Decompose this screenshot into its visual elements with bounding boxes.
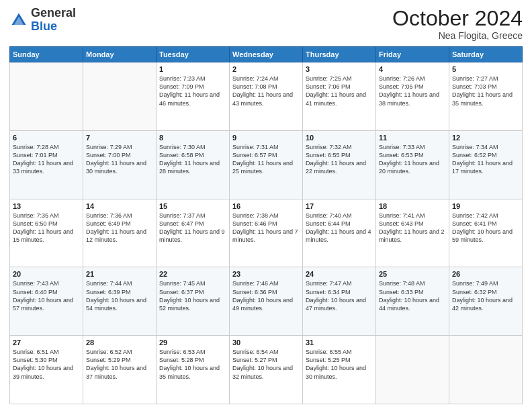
calendar-cell: 7Sunrise: 7:29 AM Sunset: 7:00 PM Daylig… — [83, 130, 157, 199]
calendar-cell — [83, 62, 157, 131]
cell-info: Sunrise: 7:48 AM Sunset: 6:33 PM Dayligh… — [379, 279, 446, 312]
calendar-cell: 31Sunrise: 6:55 AM Sunset: 5:25 PM Dayli… — [303, 336, 376, 404]
cell-info: Sunrise: 7:42 AM Sunset: 6:41 PM Dayligh… — [452, 212, 519, 244]
calendar-week-1: 1Sunrise: 7:23 AM Sunset: 7:09 PM Daylig… — [10, 62, 523, 131]
calendar-cell: 12Sunrise: 7:34 AM Sunset: 6:52 PM Dayli… — [449, 130, 523, 199]
day-number: 12 — [452, 134, 519, 142]
logo-general: General — [31, 6, 76, 19]
calendar-cell: 23Sunrise: 7:46 AM Sunset: 6:36 PM Dayli… — [230, 267, 303, 336]
weekday-header-tuesday: Tuesday — [157, 47, 230, 62]
cell-info: Sunrise: 7:27 AM Sunset: 7:03 PM Dayligh… — [452, 75, 519, 107]
cell-info: Sunrise: 7:47 AM Sunset: 6:34 PM Dayligh… — [306, 279, 373, 312]
day-number: 19 — [452, 202, 519, 210]
cell-info: Sunrise: 7:37 AM Sunset: 6:47 PM Dayligh… — [159, 212, 226, 244]
calendar-cell: 8Sunrise: 7:30 AM Sunset: 6:58 PM Daylig… — [157, 130, 230, 199]
day-number: 27 — [13, 338, 80, 347]
weekday-header-thursday: Thursday — [303, 47, 376, 62]
calendar-cell — [449, 336, 523, 404]
calendar-cell: 13Sunrise: 7:35 AM Sunset: 6:50 PM Dayli… — [10, 199, 83, 267]
weekday-header-row: SundayMondayTuesdayWednesdayThursdayFrid… — [10, 47, 523, 62]
calendar-cell: 26Sunrise: 7:49 AM Sunset: 6:32 PM Dayli… — [449, 267, 523, 336]
day-number: 23 — [232, 270, 300, 278]
calendar-cell: 5Sunrise: 7:27 AM Sunset: 7:03 PM Daylig… — [449, 62, 523, 131]
cell-info: Sunrise: 7:29 AM Sunset: 7:00 PM Dayligh… — [86, 143, 153, 176]
calendar-cell: 1Sunrise: 7:23 AM Sunset: 7:09 PM Daylig… — [157, 62, 230, 131]
calendar-cell: 30Sunrise: 6:54 AM Sunset: 5:27 PM Dayli… — [230, 336, 303, 404]
cell-info: Sunrise: 7:34 AM Sunset: 6:52 PM Dayligh… — [452, 143, 519, 176]
logo: General Blue — [9, 7, 76, 34]
calendar-week-2: 6Sunrise: 7:28 AM Sunset: 7:01 PM Daylig… — [10, 130, 523, 199]
cell-info: Sunrise: 7:46 AM Sunset: 6:36 PM Dayligh… — [232, 279, 300, 312]
cell-info: Sunrise: 7:26 AM Sunset: 7:05 PM Dayligh… — [379, 75, 446, 107]
weekday-header-saturday: Saturday — [449, 47, 523, 62]
day-number: 17 — [306, 202, 373, 210]
calendar-cell: 17Sunrise: 7:40 AM Sunset: 6:44 PM Dayli… — [303, 199, 376, 267]
location-subtitle: Nea Flogita, Greece — [392, 30, 523, 41]
calendar-cell: 27Sunrise: 6:51 AM Sunset: 5:30 PM Dayli… — [10, 336, 83, 404]
calendar-cell: 24Sunrise: 7:47 AM Sunset: 6:34 PM Dayli… — [303, 267, 376, 336]
day-number: 31 — [306, 338, 373, 347]
day-number: 10 — [306, 134, 373, 142]
cell-info: Sunrise: 6:55 AM Sunset: 5:25 PM Dayligh… — [306, 348, 373, 381]
day-number: 6 — [13, 134, 80, 142]
day-number: 9 — [232, 134, 300, 142]
calendar-cell — [376, 336, 449, 404]
cell-info: Sunrise: 7:40 AM Sunset: 6:44 PM Dayligh… — [306, 212, 373, 244]
day-number: 14 — [86, 202, 153, 210]
cell-info: Sunrise: 7:35 AM Sunset: 6:50 PM Dayligh… — [13, 212, 80, 244]
calendar-cell: 20Sunrise: 7:43 AM Sunset: 6:40 PM Dayli… — [10, 267, 83, 336]
calendar-week-5: 27Sunrise: 6:51 AM Sunset: 5:30 PM Dayli… — [10, 336, 523, 404]
day-number: 22 — [159, 270, 226, 278]
cell-info: Sunrise: 7:33 AM Sunset: 6:53 PM Dayligh… — [379, 143, 446, 176]
weekday-header-monday: Monday — [83, 47, 157, 62]
day-number: 5 — [452, 65, 519, 73]
day-number: 18 — [379, 202, 446, 210]
calendar-cell: 9Sunrise: 7:31 AM Sunset: 6:57 PM Daylig… — [230, 130, 303, 199]
calendar-cell: 19Sunrise: 7:42 AM Sunset: 6:41 PM Dayli… — [449, 199, 523, 267]
calendar-table: SundayMondayTuesdayWednesdayThursdayFrid… — [9, 46, 523, 404]
day-number: 30 — [232, 338, 300, 347]
day-number: 2 — [232, 65, 300, 73]
calendar-cell: 16Sunrise: 7:38 AM Sunset: 6:46 PM Dayli… — [230, 199, 303, 267]
cell-info: Sunrise: 7:23 AM Sunset: 7:09 PM Dayligh… — [159, 75, 226, 107]
calendar-cell: 25Sunrise: 7:48 AM Sunset: 6:33 PM Dayli… — [376, 267, 449, 336]
main-container: General Blue October 2024 Nea Flogita, G… — [0, 0, 532, 411]
cell-info: Sunrise: 7:45 AM Sunset: 6:37 PM Dayligh… — [159, 279, 226, 312]
cell-info: Sunrise: 7:38 AM Sunset: 6:46 PM Dayligh… — [232, 212, 300, 244]
calendar-cell: 15Sunrise: 7:37 AM Sunset: 6:47 PM Dayli… — [157, 199, 230, 267]
logo-icon — [9, 11, 28, 30]
cell-info: Sunrise: 7:30 AM Sunset: 6:58 PM Dayligh… — [159, 143, 226, 176]
calendar-cell: 11Sunrise: 7:33 AM Sunset: 6:53 PM Dayli… — [376, 130, 449, 199]
month-title: October 2024 — [392, 7, 523, 30]
day-number: 11 — [379, 134, 446, 142]
calendar-cell: 10Sunrise: 7:32 AM Sunset: 6:55 PM Dayli… — [303, 130, 376, 199]
calendar-cell: 18Sunrise: 7:41 AM Sunset: 6:43 PM Dayli… — [376, 199, 449, 267]
day-number: 29 — [159, 338, 226, 347]
calendar-cell: 2Sunrise: 7:24 AM Sunset: 7:08 PM Daylig… — [230, 62, 303, 131]
cell-info: Sunrise: 7:49 AM Sunset: 6:32 PM Dayligh… — [452, 279, 519, 312]
day-number: 26 — [452, 270, 519, 278]
weekday-header-wednesday: Wednesday — [230, 47, 303, 62]
day-number: 3 — [306, 65, 373, 73]
calendar-cell: 4Sunrise: 7:26 AM Sunset: 7:05 PM Daylig… — [376, 62, 449, 131]
header: General Blue October 2024 Nea Flogita, G… — [9, 7, 523, 41]
cell-info: Sunrise: 6:53 AM Sunset: 5:28 PM Dayligh… — [159, 348, 226, 381]
calendar-cell: 14Sunrise: 7:36 AM Sunset: 6:49 PM Dayli… — [83, 199, 157, 267]
calendar-cell: 21Sunrise: 7:44 AM Sunset: 6:39 PM Dayli… — [83, 267, 157, 336]
weekday-header-sunday: Sunday — [10, 47, 83, 62]
logo-text: General Blue — [31, 7, 76, 34]
cell-info: Sunrise: 7:41 AM Sunset: 6:43 PM Dayligh… — [379, 212, 446, 244]
cell-info: Sunrise: 7:44 AM Sunset: 6:39 PM Dayligh… — [86, 279, 153, 312]
day-number: 25 — [379, 270, 446, 278]
cell-info: Sunrise: 7:32 AM Sunset: 6:55 PM Dayligh… — [306, 143, 373, 176]
calendar-cell: 29Sunrise: 6:53 AM Sunset: 5:28 PM Dayli… — [157, 336, 230, 404]
cell-info: Sunrise: 7:24 AM Sunset: 7:08 PM Dayligh… — [232, 75, 300, 107]
cell-info: Sunrise: 6:51 AM Sunset: 5:30 PM Dayligh… — [13, 348, 80, 381]
day-number: 8 — [159, 134, 226, 142]
calendar-week-3: 13Sunrise: 7:35 AM Sunset: 6:50 PM Dayli… — [10, 199, 523, 267]
weekday-header-friday: Friday — [376, 47, 449, 62]
logo-blue: Blue — [31, 19, 57, 33]
day-number: 20 — [13, 270, 80, 278]
title-block: October 2024 Nea Flogita, Greece — [392, 7, 523, 41]
cell-info: Sunrise: 7:31 AM Sunset: 6:57 PM Dayligh… — [232, 143, 300, 176]
